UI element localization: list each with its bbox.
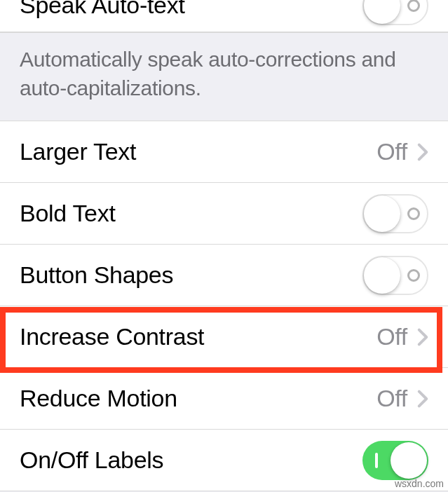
- group-vision: Larger Text Off Bold Text Button Shapes …: [0, 121, 448, 491]
- footer-text: Automatically speak auto-corrections and…: [20, 46, 428, 102]
- value-larger-text: Off: [376, 138, 407, 165]
- value-reduce-motion: Off: [376, 385, 407, 412]
- toggle-bold-text[interactable]: [362, 194, 428, 233]
- toggle-speak-auto-text[interactable]: [362, 0, 428, 25]
- row-button-shapes[interactable]: Button Shapes: [0, 245, 448, 306]
- label-reduce-motion: Reduce Motion: [20, 385, 376, 412]
- value-increase-contrast: Off: [376, 323, 407, 350]
- toggle-knob: [364, 196, 400, 232]
- toggle-off-indicator: [407, 207, 420, 220]
- toggle-knob: [364, 257, 400, 294]
- toggle-off-indicator: [407, 0, 420, 12]
- toggle-on-off-labels[interactable]: [362, 441, 428, 480]
- row-increase-contrast[interactable]: Increase Contrast Off: [0, 306, 448, 368]
- row-larger-text[interactable]: Larger Text Off: [0, 121, 448, 183]
- label-button-shapes: Button Shapes: [20, 261, 362, 289]
- row-reduce-motion[interactable]: Reduce Motion Off: [0, 368, 448, 430]
- row-speak-auto-text[interactable]: Speak Auto-text: [0, 0, 448, 32]
- label-increase-contrast: Increase Contrast: [20, 323, 376, 350]
- label-speak-auto-text: Speak Auto-text: [20, 0, 362, 19]
- chevron-right-icon: [417, 143, 428, 161]
- row-bold-text[interactable]: Bold Text: [0, 183, 448, 245]
- label-on-off-labels: On/Off Labels: [20, 446, 362, 474]
- toggle-off-indicator: [407, 269, 420, 282]
- footer-speak-auto-text: Automatically speak auto-corrections and…: [0, 32, 448, 121]
- chevron-right-icon: [417, 390, 428, 408]
- toggle-on-indicator: [375, 453, 378, 468]
- label-bold-text: Bold Text: [20, 200, 362, 227]
- toggle-button-shapes[interactable]: [362, 256, 428, 295]
- group-speech: Speak Auto-text: [0, 0, 448, 32]
- chevron-right-icon: [417, 328, 428, 346]
- label-larger-text: Larger Text: [20, 138, 376, 165]
- row-on-off-labels[interactable]: On/Off Labels: [0, 430, 448, 491]
- toggle-knob: [364, 0, 400, 24]
- toggle-knob: [391, 442, 427, 479]
- watermark: wsxdn.com: [395, 478, 444, 489]
